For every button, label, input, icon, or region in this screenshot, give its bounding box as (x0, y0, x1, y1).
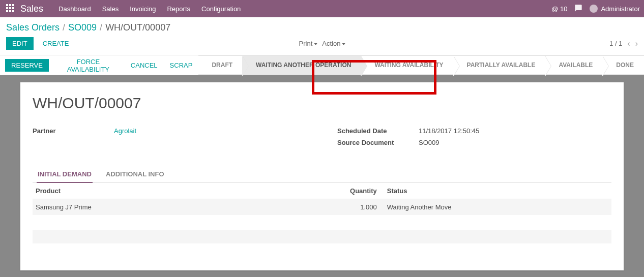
pager-text: 1 / 1 (609, 40, 622, 47)
source-document-label: Source Document (337, 139, 419, 146)
breadcrumb-so[interactable]: SO009 (68, 22, 97, 33)
action-dropdown[interactable]: Action (322, 40, 345, 47)
breadcrumb-sep: / (63, 22, 65, 33)
pager-next-icon[interactable]: › (635, 39, 638, 48)
status-draft[interactable]: DRAFT (198, 55, 243, 75)
status-done[interactable]: DONE (603, 55, 644, 75)
form-canvas: WH/OUT/00007 Partner Agrolait Scheduled … (0, 75, 644, 277)
cell-quantity: 1.000 (293, 199, 380, 216)
scheduled-date-value: 11/18/2017 12:50:45 (419, 127, 479, 135)
breadcrumb-bar: Sales Orders / SO009 / WH/OUT/00007 (0, 17, 644, 35)
apps-icon[interactable] (6, 4, 15, 13)
status-partially-available[interactable]: PARTIALLY AVAILABLE (454, 55, 546, 75)
pager-prev-icon[interactable]: ‹ (627, 39, 630, 48)
pager: 1 / 1 ‹ › (609, 39, 638, 48)
nav-items: Dashboard Sales Invoicing Reports Config… (58, 5, 241, 13)
nav-configuration[interactable]: Configuration (201, 5, 241, 13)
tab-initial-demand[interactable]: INITIAL DEMAND (37, 166, 93, 183)
cell-product: Samsung J7 Prime (33, 199, 293, 216)
nav-sales[interactable]: Sales (102, 5, 119, 13)
col-status: Status (380, 183, 611, 199)
nav-right: @ 10 Administrator (551, 4, 640, 14)
cell-status: Waiting Another Move (380, 199, 611, 216)
nav-invoicing[interactable]: Invoicing (130, 5, 156, 13)
center-actions: Print Action (299, 40, 345, 47)
scheduled-date-label: Scheduled Date (337, 127, 419, 135)
breadcrumb-current: WH/OUT/00007 (105, 22, 170, 33)
scrap-button[interactable]: SCRAP (164, 55, 199, 75)
edit-button[interactable]: EDIT (6, 37, 34, 50)
field-grid: Partner Agrolait Scheduled Date 11/18/20… (33, 127, 611, 150)
table-row[interactable]: Samsung J7 Prime 1.000 Waiting Another M… (33, 199, 611, 216)
status-bar: DRAFT WAITING ANOTHER OPERATION WAITING … (198, 55, 644, 75)
breadcrumb: Sales Orders / SO009 / WH/OUT/00007 (6, 22, 170, 33)
control-row: EDIT CREATE Print Action 1 / 1 ‹ › (0, 35, 644, 55)
table-footer-row (33, 230, 611, 243)
source-document-value: SO009 (419, 139, 439, 146)
lines-table: Product Quantity Status Samsung J7 Prime… (33, 183, 611, 243)
cancel-button[interactable]: CANCEL (125, 55, 164, 75)
create-button[interactable]: CREATE (37, 37, 75, 50)
reserve-button[interactable]: RESERVE (5, 59, 49, 72)
nav-dashboard[interactable]: Dashboard (58, 5, 91, 13)
status-available[interactable]: AVAILABLE (545, 55, 603, 75)
status-waiting-another-operation[interactable]: WAITING ANOTHER OPERATION (243, 55, 361, 75)
force-availability-button[interactable]: FORCE AVAILABILITY (52, 55, 125, 75)
avatar-icon (590, 5, 598, 13)
tabs: INITIAL DEMAND ADDITIONAL INFO (33, 166, 611, 183)
breadcrumb-sales-orders[interactable]: Sales Orders (6, 22, 60, 33)
breadcrumb-sep: / (100, 22, 102, 33)
form-sheet: WH/OUT/00007 Partner Agrolait Scheduled … (20, 82, 624, 270)
top-nav: Sales Dashboard Sales Invoicing Reports … (0, 0, 644, 17)
brand-title: Sales (20, 4, 43, 14)
user-name: Administrator (601, 5, 640, 13)
mention-badge[interactable]: @ 10 (551, 5, 567, 13)
partner-label: Partner (33, 127, 114, 135)
record-title: WH/OUT/00007 (33, 95, 611, 112)
print-dropdown[interactable]: Print (299, 40, 317, 47)
partner-link[interactable]: Agrolait (114, 127, 136, 135)
user-menu[interactable]: Administrator (590, 5, 640, 13)
nav-reports[interactable]: Reports (167, 5, 190, 13)
col-product: Product (33, 183, 293, 199)
action-band: RESERVE FORCE AVAILABILITY CANCEL SCRAP … (0, 55, 644, 75)
tab-additional-info[interactable]: ADDITIONAL INFO (105, 166, 165, 183)
status-waiting-availability[interactable]: WAITING AVAILABILITY (361, 55, 453, 75)
chat-icon[interactable] (574, 4, 582, 14)
col-quantity: Quantity (293, 183, 380, 199)
